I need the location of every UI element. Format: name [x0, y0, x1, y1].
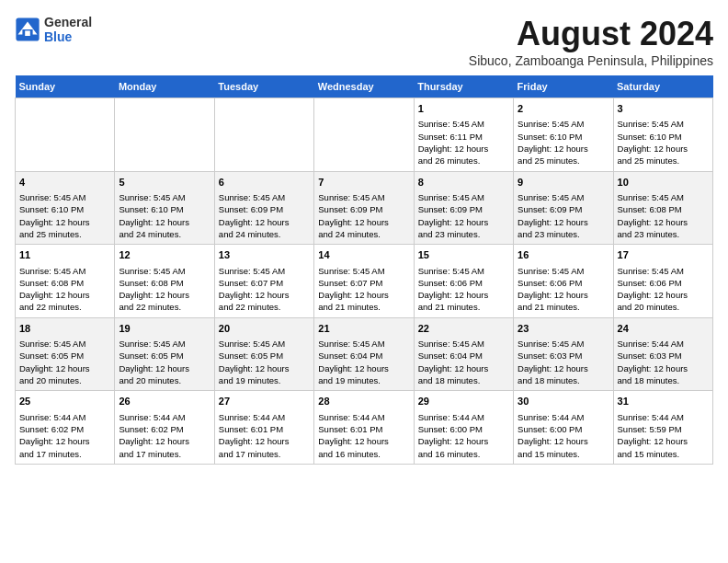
- page-header: General Blue August 2024 Sibuco, Zamboan…: [15, 15, 713, 68]
- day-number: 23: [518, 322, 609, 336]
- day-number: 18: [19, 322, 110, 336]
- calendar-cell: 25Sunrise: 5:44 AM Sunset: 6:02 PM Dayli…: [16, 391, 115, 465]
- calendar-cell: 14Sunrise: 5:45 AM Sunset: 6:07 PM Dayli…: [314, 245, 414, 318]
- day-number: 14: [318, 248, 409, 262]
- day-number: 29: [418, 395, 509, 408]
- svg-rect-3: [25, 30, 30, 36]
- day-info: Sunrise: 5:45 AM Sunset: 6:05 PM Dayligh…: [19, 338, 110, 386]
- calendar-cell: 31Sunrise: 5:44 AM Sunset: 5:59 PM Dayli…: [613, 391, 712, 465]
- calendar-cell: 8Sunrise: 5:45 AM Sunset: 6:09 PM Daylig…: [414, 171, 513, 245]
- calendar-cell: 23Sunrise: 5:45 AM Sunset: 6:03 PM Dayli…: [514, 317, 613, 391]
- calendar-cell: 11Sunrise: 5:45 AM Sunset: 6:08 PM Dayli…: [16, 245, 115, 318]
- calendar-week-4: 18Sunrise: 5:45 AM Sunset: 6:05 PM Dayli…: [16, 317, 713, 391]
- day-info: Sunrise: 5:45 AM Sunset: 6:10 PM Dayligh…: [19, 191, 110, 240]
- day-info: Sunrise: 5:45 AM Sunset: 6:04 PM Dayligh…: [318, 338, 409, 386]
- calendar-cell: 7Sunrise: 5:45 AM Sunset: 6:09 PM Daylig…: [314, 171, 414, 245]
- header-sunday: Sunday: [16, 75, 115, 98]
- calendar-cell: 24Sunrise: 5:44 AM Sunset: 6:03 PM Dayli…: [613, 317, 712, 391]
- header-monday: Monday: [115, 75, 214, 98]
- calendar-subtitle: Sibuco, Zamboanga Peninsula, Philippines: [469, 53, 713, 68]
- day-number: 22: [418, 322, 509, 336]
- header-saturday: Saturday: [613, 75, 712, 98]
- day-info: Sunrise: 5:45 AM Sunset: 6:03 PM Dayligh…: [518, 338, 609, 386]
- calendar-cell: 13Sunrise: 5:45 AM Sunset: 6:07 PM Dayli…: [214, 245, 313, 318]
- day-number: 6: [219, 176, 310, 190]
- calendar-cell: [16, 98, 115, 172]
- day-info: Sunrise: 5:45 AM Sunset: 6:05 PM Dayligh…: [119, 338, 210, 386]
- calendar-cell: 16Sunrise: 5:45 AM Sunset: 6:06 PM Dayli…: [514, 245, 613, 318]
- header-friday: Friday: [514, 75, 613, 98]
- day-number: 28: [318, 395, 409, 408]
- calendar-cell: 22Sunrise: 5:45 AM Sunset: 6:04 PM Dayli…: [414, 317, 513, 391]
- day-info: Sunrise: 5:44 AM Sunset: 6:03 PM Dayligh…: [618, 338, 709, 386]
- logo-icon: [15, 17, 40, 42]
- day-info: Sunrise: 5:45 AM Sunset: 6:08 PM Dayligh…: [618, 191, 709, 240]
- calendar-table: SundayMondayTuesdayWednesdayThursdayFrid…: [15, 75, 713, 465]
- day-info: Sunrise: 5:45 AM Sunset: 6:09 PM Dayligh…: [518, 191, 609, 240]
- calendar-cell: 3Sunrise: 5:45 AM Sunset: 6:10 PM Daylig…: [613, 98, 712, 172]
- day-number: 11: [19, 248, 110, 262]
- calendar-cell: 20Sunrise: 5:45 AM Sunset: 6:05 PM Dayli…: [214, 317, 313, 391]
- calendar-cell: 4Sunrise: 5:45 AM Sunset: 6:10 PM Daylig…: [16, 171, 115, 245]
- calendar-cell: 1Sunrise: 5:45 AM Sunset: 6:11 PM Daylig…: [414, 98, 513, 172]
- day-info: Sunrise: 5:44 AM Sunset: 6:00 PM Dayligh…: [518, 411, 609, 460]
- day-number: 2: [518, 102, 609, 116]
- calendar-cell: 12Sunrise: 5:45 AM Sunset: 6:08 PM Dayli…: [115, 245, 214, 318]
- calendar-cell: 19Sunrise: 5:45 AM Sunset: 6:05 PM Dayli…: [115, 317, 214, 391]
- day-number: 24: [618, 322, 709, 336]
- day-info: Sunrise: 5:45 AM Sunset: 6:10 PM Dayligh…: [618, 118, 709, 167]
- day-number: 27: [219, 395, 310, 408]
- day-number: 25: [19, 395, 110, 408]
- day-info: Sunrise: 5:44 AM Sunset: 6:02 PM Dayligh…: [119, 411, 210, 460]
- calendar-cell: 18Sunrise: 5:45 AM Sunset: 6:05 PM Dayli…: [16, 317, 115, 391]
- title-block: August 2024 Sibuco, Zamboanga Peninsula,…: [469, 15, 713, 68]
- day-info: Sunrise: 5:45 AM Sunset: 6:05 PM Dayligh…: [219, 338, 310, 386]
- calendar-cell: [214, 98, 313, 172]
- calendar-week-3: 11Sunrise: 5:45 AM Sunset: 6:08 PM Dayli…: [16, 245, 713, 318]
- day-info: Sunrise: 5:45 AM Sunset: 6:06 PM Dayligh…: [518, 265, 609, 314]
- day-info: Sunrise: 5:44 AM Sunset: 6:00 PM Dayligh…: [418, 411, 509, 460]
- calendar-cell: 17Sunrise: 5:45 AM Sunset: 6:06 PM Dayli…: [613, 245, 712, 318]
- calendar-cell: 29Sunrise: 5:44 AM Sunset: 6:00 PM Dayli…: [414, 391, 513, 465]
- header-tuesday: Tuesday: [214, 75, 313, 98]
- day-info: Sunrise: 5:45 AM Sunset: 6:07 PM Dayligh…: [219, 265, 310, 314]
- day-info: Sunrise: 5:45 AM Sunset: 6:10 PM Dayligh…: [119, 191, 210, 240]
- day-number: 26: [119, 395, 210, 408]
- calendar-body: 1Sunrise: 5:45 AM Sunset: 6:11 PM Daylig…: [16, 98, 713, 465]
- day-number: 8: [418, 176, 509, 190]
- day-number: 5: [119, 176, 210, 190]
- calendar-week-1: 1Sunrise: 5:45 AM Sunset: 6:11 PM Daylig…: [16, 98, 713, 172]
- day-info: Sunrise: 5:45 AM Sunset: 6:10 PM Dayligh…: [518, 118, 609, 167]
- day-number: 4: [19, 176, 110, 190]
- calendar-cell: 27Sunrise: 5:44 AM Sunset: 6:01 PM Dayli…: [214, 391, 313, 465]
- calendar-cell: 21Sunrise: 5:45 AM Sunset: 6:04 PM Dayli…: [314, 317, 414, 391]
- calendar-cell: 28Sunrise: 5:44 AM Sunset: 6:01 PM Dayli…: [314, 391, 414, 465]
- day-number: 10: [618, 176, 709, 190]
- calendar-cell: [115, 98, 214, 172]
- day-number: 7: [318, 176, 409, 190]
- day-info: Sunrise: 5:45 AM Sunset: 6:09 PM Dayligh…: [219, 191, 310, 240]
- day-info: Sunrise: 5:45 AM Sunset: 6:07 PM Dayligh…: [318, 265, 409, 314]
- calendar-cell: 26Sunrise: 5:44 AM Sunset: 6:02 PM Dayli…: [115, 391, 214, 465]
- day-number: 9: [518, 176, 609, 190]
- calendar-cell: 6Sunrise: 5:45 AM Sunset: 6:09 PM Daylig…: [214, 171, 313, 245]
- calendar-cell: [314, 98, 414, 172]
- calendar-cell: 10Sunrise: 5:45 AM Sunset: 6:08 PM Dayli…: [613, 171, 712, 245]
- day-info: Sunrise: 5:44 AM Sunset: 6:01 PM Dayligh…: [318, 411, 409, 460]
- day-number: 1: [418, 102, 509, 116]
- day-info: Sunrise: 5:45 AM Sunset: 6:06 PM Dayligh…: [418, 265, 509, 314]
- day-number: 21: [318, 322, 409, 336]
- day-info: Sunrise: 5:45 AM Sunset: 6:09 PM Dayligh…: [418, 191, 509, 240]
- day-number: 15: [418, 248, 509, 262]
- day-number: 20: [219, 322, 310, 336]
- day-info: Sunrise: 5:45 AM Sunset: 6:09 PM Dayligh…: [318, 191, 409, 240]
- day-number: 12: [119, 248, 210, 262]
- day-number: 30: [518, 395, 609, 408]
- calendar-cell: 15Sunrise: 5:45 AM Sunset: 6:06 PM Dayli…: [414, 245, 513, 318]
- day-info: Sunrise: 5:44 AM Sunset: 6:01 PM Dayligh…: [219, 411, 310, 460]
- header-thursday: Thursday: [414, 75, 513, 98]
- day-info: Sunrise: 5:45 AM Sunset: 6:06 PM Dayligh…: [618, 265, 709, 314]
- day-info: Sunrise: 5:45 AM Sunset: 6:11 PM Dayligh…: [418, 118, 509, 167]
- day-info: Sunrise: 5:44 AM Sunset: 6:02 PM Dayligh…: [19, 411, 110, 460]
- day-number: 13: [219, 248, 310, 262]
